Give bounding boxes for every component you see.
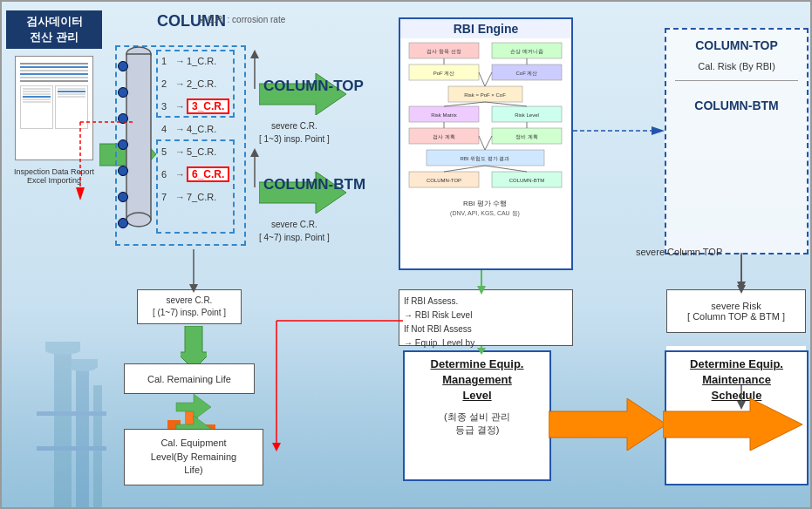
svg-text:Risk Level: Risk Level — [515, 112, 539, 118]
svg-marker-21 — [76, 187, 85, 200]
svg-text:검사 계획: 검사 계획 — [433, 134, 455, 139]
right-output-box: COLUMN-TOP Cal. Risk (By RBI) COLUMN-BTM — [665, 28, 809, 254]
svg-marker-79 — [549, 398, 666, 451]
svg-marker-15 — [259, 73, 346, 115]
column-top-arrow — [259, 73, 346, 115]
svg-line-48 — [479, 72, 485, 86]
svg-line-56 — [444, 166, 485, 172]
svg-marker-78 — [272, 443, 281, 451]
if-rbi-box: If RBI Assess. → RBI Risk Level If Not R… — [399, 289, 573, 346]
svg-line-55 — [485, 136, 492, 150]
svg-text:Risk = PoF × CoF: Risk = PoF × CoF — [464, 92, 506, 98]
determine-mid-sub: (최종 설비 관리 등급 결정) — [405, 409, 549, 438]
severe-column-top-label: severe Column TOP — [636, 246, 722, 259]
rbi-to-right-arrow — [573, 122, 669, 139]
column-btm-arrow — [259, 172, 346, 214]
cr-note: ※ C.R. : corrosion rate — [198, 15, 285, 24]
svg-marker-17 — [250, 148, 259, 157]
cal-equip-remaining: Cal. Equipment Level(By Remaining Life) — [124, 429, 263, 485]
rbi-flowchart: 검사 항목 선정 손상 메커니즘 PoF 계산 CoF 계산 Risk = Po… — [400, 38, 571, 248]
right-col-top: COLUMN-TOP — [666, 30, 807, 57]
svg-text:검사 항목 선정: 검사 항목 선정 — [426, 49, 461, 54]
svg-rect-0 — [54, 350, 72, 507]
insp-point-7 — [118, 218, 128, 228]
svg-text:정비 계획: 정비 계획 — [515, 134, 538, 139]
svg-line-54 — [479, 136, 485, 150]
svg-marker-65 — [189, 284, 198, 293]
svg-line-50 — [444, 102, 485, 106]
svg-point-7 — [45, 346, 80, 355]
right-cal-risk: Cal. Risk (By RBI) — [666, 57, 807, 76]
svg-marker-18 — [259, 172, 346, 214]
svg-text:RBI 평가 수행: RBI 평가 수행 — [463, 200, 507, 207]
left-title: 검사데이터 전산 관리 — [6, 10, 102, 49]
column-to-severe-arrow — [185, 249, 202, 293]
svg-text:손상 메커니즘: 손상 메커니즘 — [510, 49, 543, 54]
green-arrow-equip-to-determine — [733, 385, 750, 411]
right-divider — [675, 80, 798, 81]
svg-line-49 — [485, 72, 492, 86]
rbi-to-ifrbi-arrow — [473, 270, 490, 295]
svg-text:RBI 위험도 평가 결과: RBI 위험도 평가 결과 — [460, 156, 509, 161]
ifrbi-to-determine-arrow — [473, 346, 490, 355]
cal-remaining-box: Cal. Remaining Life — [124, 363, 255, 394]
red-dashed-arrow — [72, 113, 133, 200]
insp-point-2 — [118, 87, 128, 98]
svg-point-12 — [126, 213, 151, 227]
insp-point-1 — [118, 61, 128, 71]
svg-line-57 — [485, 166, 527, 172]
determine-mid-title: Determine Equip. Management Level — [405, 352, 549, 409]
svg-line-51 — [485, 102, 527, 106]
svg-text:PoF 계산: PoF 계산 — [433, 71, 455, 76]
svg-marker-82 — [737, 401, 746, 410]
main-container: 검사데이터 전산 관리 — [0, 0, 812, 509]
right-col-btm: COLUMN-BTM — [666, 85, 807, 117]
severe-risk-right: severe Risk [ Column TOP & BTM ] — [666, 289, 806, 333]
orange-arrow-mid — [549, 398, 671, 451]
right-out-to-severe-arrow — [733, 253, 750, 292]
svg-point-8 — [70, 364, 96, 371]
svg-text:COLUMN-BTM: COLUMN-BTM — [509, 178, 545, 183]
svg-marker-84 — [477, 286, 486, 295]
svg-text:CoF 계산: CoF 계산 — [515, 71, 537, 76]
svg-marker-86 — [477, 348, 486, 355]
cr-top-dashed — [156, 50, 235, 118]
severe-cr-btm-note: severe C.R. [ 4~7) insp. Point ] — [259, 218, 330, 244]
cr-btm-dashed — [156, 139, 235, 234]
determine-equip-mid: Determine Equip. Management Level (최종 설비… — [403, 350, 551, 481]
svg-text:COLUMN-TOP: COLUMN-TOP — [426, 178, 461, 183]
svg-marker-14 — [250, 50, 259, 58]
flowchart-svg: 검사 항목 선정 손상 메커니즘 PoF 계산 CoF 계산 Risk = Po… — [400, 38, 571, 246]
svg-marker-61 — [652, 126, 665, 135]
svg-marker-88 — [737, 282, 746, 290]
svg-text:Risk Matrix: Risk Matrix — [431, 112, 457, 118]
severe-cr-top-note: severe C.R. [ 1~3) insp. Point ] — [259, 119, 330, 146]
rbi-engine-box: RBI Engine 검사 항목 선정 손상 메커니즘 PoF 계산 CoF 계… — [399, 17, 573, 270]
svg-rect-6 — [37, 446, 106, 451]
rbi-engine-title: RBI Engine — [400, 19, 571, 38]
svg-rect-1 — [76, 368, 89, 507]
svg-text:(DNV, API, KGS, CAU 등): (DNV, API, KGS, CAU 등) — [450, 210, 520, 217]
rbi-to-remaining-arrow — [268, 312, 407, 451]
svg-rect-5 — [37, 411, 106, 416]
severe-cr-bottom: severe C.R. [ (1~7) insp. Point ] — [137, 289, 242, 324]
